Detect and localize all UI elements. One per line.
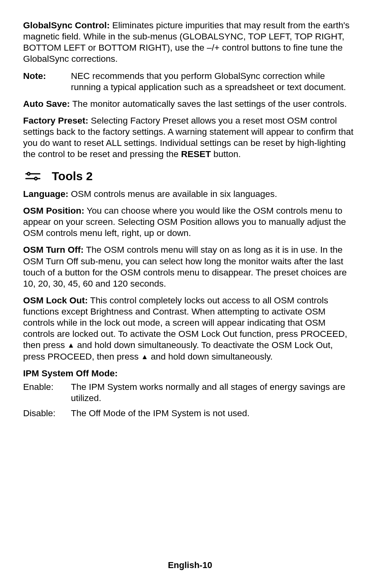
svg-point-1 [27, 173, 30, 175]
ipm-disable-row: Disable: The Off Mode of the IPM System … [23, 408, 357, 419]
language-label: Language: [23, 189, 69, 199]
note-label: Note: [23, 71, 71, 82]
tools-icon [23, 171, 52, 181]
ipm-enable-row: Enable: The IPM System works normally an… [23, 382, 357, 404]
factory-para: Factory Preset: Selecting Factory Preset… [23, 115, 357, 160]
svg-point-3 [35, 177, 37, 180]
note-row: Note: NEC recommends that you perform Gl… [23, 71, 357, 93]
factory-reset: RESET [181, 149, 211, 159]
ipm-disable-text: The Off Mode of the IPM System is not us… [71, 408, 357, 419]
language-para: Language: OSM controls menus are availab… [23, 189, 357, 200]
globalsync-para: GlobalSync Control: Eliminates picture i… [23, 20, 357, 65]
note-text: NEC recommends that you perform GlobalSy… [71, 71, 357, 93]
tools2-title: Tools 2 [52, 169, 93, 184]
autosave-text: The monitor automatically saves the last… [70, 99, 347, 109]
ipm-enable-text: The IPM System works normally and all st… [71, 382, 357, 404]
ipm-enable-label: Enable: [23, 382, 71, 393]
up-triangle-icon: ▲ [141, 352, 148, 362]
autosave-label: Auto Save: [23, 99, 70, 109]
factory-label: Factory Preset: [23, 116, 88, 126]
page-footer: English-10 [0, 560, 380, 571]
lockout-text-c: and hold down simultaneously. [148, 352, 272, 362]
lockout-label: OSM Lock Out: [23, 295, 88, 305]
lockout-para: OSM Lock Out: This control completely lo… [23, 295, 357, 362]
position-label: OSM Position: [23, 206, 84, 216]
up-triangle-icon: ▲ [67, 341, 74, 350]
autosave-para: Auto Save: The monitor automatically sav… [23, 98, 357, 110]
ipm-disable-label: Disable: [23, 408, 71, 419]
turnoff-para: OSM Turn Off: The OSM controls menu will… [23, 244, 357, 289]
tools2-header: Tools 2 [23, 169, 357, 184]
turnoff-label: OSM Turn Off: [23, 245, 84, 255]
globalsync-label: GlobalSync Control: [23, 20, 110, 30]
factory-text-post: button. [211, 149, 241, 159]
language-text: OSM controls menus are available in six … [69, 189, 277, 199]
ipm-heading: IPM System Off Mode: [23, 368, 357, 379]
position-para: OSM Position: You can choose where you w… [23, 205, 357, 239]
